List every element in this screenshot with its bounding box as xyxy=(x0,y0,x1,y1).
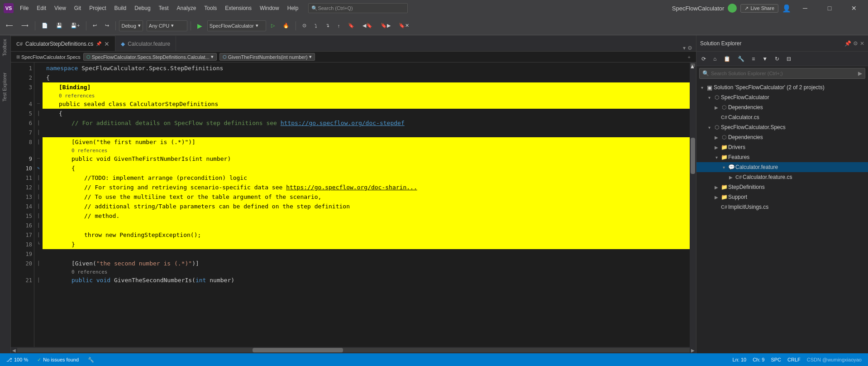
tree-expand-drivers[interactable]: ▶ xyxy=(713,145,720,150)
status-line-ending[interactable]: CRLF xyxy=(785,357,803,362)
scroll-left-arrow[interactable]: ◀ xyxy=(11,347,17,353)
menu-analyze[interactable]: Analyze xyxy=(173,3,200,13)
status-encoding[interactable]: SPC xyxy=(768,357,784,362)
status-ln[interactable]: Ln: 10 xyxy=(730,357,749,362)
hot-reload-button[interactable]: 🔥 xyxy=(280,20,292,32)
scroll-right-arrow[interactable]: ▶ xyxy=(690,347,696,353)
step-out-button[interactable]: ↑ xyxy=(334,20,343,32)
tree-step-defs[interactable]: ▶ 📁 StepDefinitions xyxy=(696,182,868,192)
tree-features[interactable]: ▾ 📁 Features xyxy=(696,152,868,162)
bookmark-button[interactable]: 🔖 xyxy=(345,20,358,32)
vertical-scrollbar[interactable]: ▲ xyxy=(690,63,696,347)
breakpoint-button[interactable]: ⊙ xyxy=(299,20,310,32)
forward-button[interactable]: ⟶ xyxy=(18,20,32,32)
tree-calculator-cs[interactable]: C# Calculator.cs xyxy=(696,112,868,122)
tree-implicit-usings[interactable]: C# ImplicitUsings.cs xyxy=(696,202,868,212)
se-tools-button[interactable]: 🔧 xyxy=(734,53,748,65)
h-scroll-thumb[interactable] xyxy=(253,348,343,352)
tree-expand-project-main[interactable]: ▾ xyxy=(706,95,713,100)
minimize-button[interactable]: ─ xyxy=(795,0,816,16)
menu-extensions[interactable]: Extensions xyxy=(221,3,255,13)
undo-button[interactable]: ↩ xyxy=(90,20,100,32)
debug-run-button[interactable]: ▷ xyxy=(268,20,278,32)
se-collapse-button[interactable]: ⊟ xyxy=(783,53,794,65)
se-settings-button[interactable]: ⚙ xyxy=(853,40,858,47)
user-avatar[interactable] xyxy=(728,4,737,13)
tree-expand-solution[interactable]: ▾ xyxy=(698,85,706,90)
se-home-button[interactable]: ⌂ xyxy=(710,53,720,65)
tab-calculator-step-definitions[interactable]: C# CalculatorStepDefinitions.cs 📌 ✕ xyxy=(11,36,115,51)
menu-file[interactable]: File xyxy=(16,3,32,13)
horizontal-scrollbar[interactable]: ◀ ▶ xyxy=(11,347,696,353)
se-close-button[interactable]: ✕ xyxy=(860,40,864,47)
status-tools[interactable]: 🔧 xyxy=(85,353,97,366)
test-explorer-tab[interactable]: Test Explorer xyxy=(0,69,10,105)
tab-list-button[interactable]: ▾ xyxy=(683,45,686,51)
se-properties-button[interactable]: 📋 xyxy=(720,53,734,65)
step-over-button[interactable]: ⤵ xyxy=(311,20,320,32)
user-icon[interactable]: 👤 xyxy=(782,4,791,13)
pin-tab-button[interactable]: ⚙ xyxy=(687,45,692,51)
liveshare-button[interactable]: ↗ Live Share xyxy=(740,4,778,13)
save-button[interactable]: 💾 xyxy=(53,20,66,32)
redo-button[interactable]: ↪ xyxy=(102,20,112,32)
run-project-dropdown[interactable]: SpecFlowCalculator ▾ xyxy=(207,20,266,31)
tree-project-main[interactable]: ▾ ⬡ SpecFlowCalculator xyxy=(696,92,868,102)
global-search[interactable]: 🔍 Search (Ctrl+Q) xyxy=(308,3,408,13)
tree-drivers[interactable]: ▶ 📁 Drivers xyxy=(696,142,868,152)
maximize-button[interactable]: □ xyxy=(819,0,840,16)
platform-dropdown[interactable]: Any CPU ▾ xyxy=(147,20,187,31)
se-refresh-button[interactable]: ↻ xyxy=(772,53,782,65)
menu-tools[interactable]: Tools xyxy=(200,3,220,13)
menu-build[interactable]: Build xyxy=(111,3,130,13)
breadcrumb-class-dropdown[interactable]: ⬡ SpecFlowCalculator.Specs.StepDefinitio… xyxy=(83,53,217,61)
status-ch[interactable]: Ch: 9 xyxy=(750,357,767,362)
menu-edit[interactable]: Edit xyxy=(33,3,50,13)
se-search-box[interactable]: 🔍 Search Solution Explorer (Ctrl+;) ▶ xyxy=(699,68,865,79)
se-search-submit[interactable]: ▶ xyxy=(858,70,862,77)
scroll-thumb[interactable] xyxy=(691,138,695,174)
menu-project[interactable]: Project xyxy=(86,3,110,13)
tree-deps-main[interactable]: ▶ ⬡ Dependencies xyxy=(696,102,868,112)
status-issues[interactable]: ✓ No issues found xyxy=(34,353,81,366)
status-branch[interactable]: ⎇ 100 % xyxy=(4,353,31,366)
toolbox-tab[interactable]: Toolbox xyxy=(0,35,10,60)
close-button[interactable]: ✕ xyxy=(844,0,864,16)
menu-debug[interactable]: Debug xyxy=(131,3,154,13)
bookmark-clear-button[interactable]: 🔖✕ xyxy=(396,20,412,32)
save-all-button[interactable]: 💾+ xyxy=(67,20,83,32)
se-filter-button[interactable]: ▼ xyxy=(759,53,771,65)
close-tab-1[interactable]: ✕ xyxy=(104,41,110,47)
tree-calc-feature[interactable]: ▾ 💬 Calculator.feature xyxy=(696,162,868,172)
menu-help[interactable]: Help xyxy=(284,3,302,13)
gutter-fold-4[interactable]: ─ xyxy=(34,99,43,109)
tree-expand-project-specs[interactable]: ▾ xyxy=(706,125,713,130)
tree-expand-features[interactable]: ▾ xyxy=(713,155,720,160)
run-button[interactable]: ▶ xyxy=(194,20,205,32)
tree-calc-feature-cs[interactable]: ▶ C# Calculator.feature.cs xyxy=(696,172,868,182)
se-view-button[interactable]: ≡ xyxy=(749,53,758,65)
back-button[interactable]: ⟵ xyxy=(3,20,16,32)
se-sync-button[interactable]: ⟳ xyxy=(698,53,709,65)
tree-project-specs[interactable]: ▾ ⬡ SpecFlowCalculator.Specs xyxy=(696,122,868,132)
tree-expand-calc-feature[interactable]: ▾ xyxy=(720,165,727,170)
step-into-button[interactable]: ↴ xyxy=(322,20,333,32)
se-pin-button[interactable]: 📌 xyxy=(844,40,851,47)
tree-expand-support[interactable]: ▶ xyxy=(713,195,720,200)
bookmark-next-button[interactable]: 🔖▶ xyxy=(377,20,394,32)
tree-expand-deps-specs[interactable]: ▶ xyxy=(713,135,720,140)
tree-support[interactable]: ▶ 📁 Support xyxy=(696,192,868,202)
tree-expand-step-defs[interactable]: ▶ xyxy=(713,185,720,190)
scroll-up-arrow[interactable]: ▲ xyxy=(691,63,695,67)
breadcrumb-add-btn[interactable]: + xyxy=(686,53,692,61)
menu-test[interactable]: Test xyxy=(155,3,172,13)
menu-window[interactable]: Window xyxy=(256,3,283,13)
bookmark-prev-button[interactable]: ◀🔖 xyxy=(359,20,376,32)
menu-view[interactable]: View xyxy=(51,3,70,13)
new-file-button[interactable]: 📄 xyxy=(38,20,51,32)
debug-config-dropdown[interactable]: Debug ▾ xyxy=(119,20,143,31)
gutter-fold-9[interactable]: ─ xyxy=(34,154,43,164)
breadcrumb-method-dropdown[interactable]: ⬡ GivenTheFirstNumberIs(int number) ▾ xyxy=(219,53,315,61)
tree-deps-specs[interactable]: ▶ ⬡ Dependencies xyxy=(696,132,868,142)
breadcrumb-namespace[interactable]: ⊞ SpecFlowCalculator.Specs xyxy=(14,53,82,61)
